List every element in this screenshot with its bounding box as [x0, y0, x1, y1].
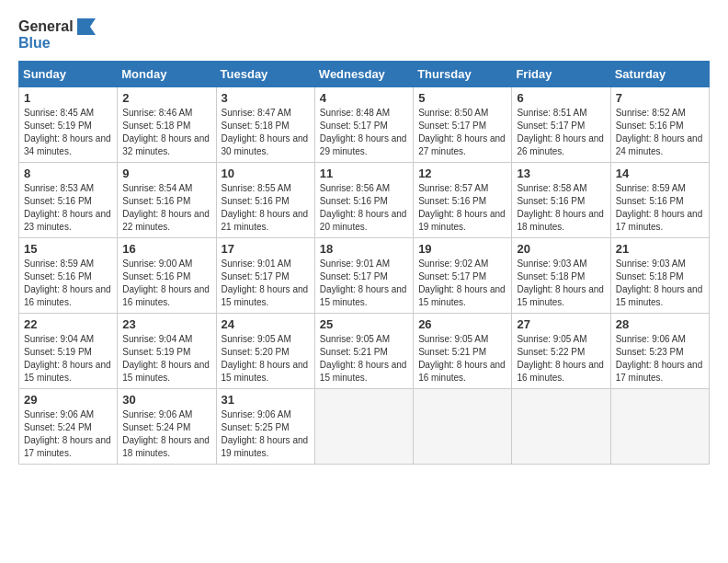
calendar-cell: 28 Sunrise: 9:06 AMSunset: 5:23 PMDaylig…: [610, 314, 709, 389]
day-info: Sunrise: 8:57 AMSunset: 5:16 PMDaylight:…: [418, 183, 506, 232]
calendar-cell: 19 Sunrise: 9:02 AMSunset: 5:17 PMDaylig…: [414, 238, 512, 314]
day-number: 5: [418, 91, 506, 105]
day-number: 30: [122, 393, 210, 407]
logo-flag-icon: [75, 18, 96, 35]
calendar-cell: 26 Sunrise: 9:05 AMSunset: 5:21 PMDaylig…: [414, 314, 512, 389]
calendar-cell: 11 Sunrise: 8:56 AMSunset: 5:16 PMDaylig…: [314, 163, 413, 238]
day-number: 15: [24, 242, 112, 256]
day-info: Sunrise: 8:59 AMSunset: 5:16 PMDaylight:…: [24, 259, 111, 307]
calendar-cell: 29 Sunrise: 9:06 AMSunset: 5:24 PMDaylig…: [19, 389, 118, 465]
day-number: 11: [320, 167, 408, 180]
calendar-cell: 22 Sunrise: 9:04 AMSunset: 5:19 PMDaylig…: [19, 314, 118, 389]
day-number: 31: [222, 393, 310, 407]
day-number: 10: [222, 167, 310, 180]
day-info: Sunrise: 9:05 AMSunset: 5:20 PMDaylight:…: [222, 334, 309, 383]
calendar-cell: [610, 389, 709, 465]
day-info: Sunrise: 8:58 AMSunset: 5:16 PMDaylight:…: [517, 183, 604, 232]
calendar-week-row: 22 Sunrise: 9:04 AMSunset: 5:19 PMDaylig…: [19, 314, 710, 389]
calendar-cell: 31 Sunrise: 9:06 AMSunset: 5:25 PMDaylig…: [216, 389, 314, 465]
day-number: 29: [24, 393, 112, 407]
calendar-cell: 20 Sunrise: 9:03 AMSunset: 5:18 PMDaylig…: [512, 238, 610, 314]
weekday-header-row: SundayMondayTuesdayWednesdayThursdayFrid…: [19, 62, 710, 87]
day-info: Sunrise: 8:53 AMSunset: 5:16 PMDaylight:…: [24, 183, 111, 232]
day-number: 12: [418, 167, 506, 180]
day-number: 9: [122, 167, 210, 180]
calendar-cell: [414, 389, 512, 465]
day-number: 14: [616, 167, 704, 180]
calendar-cell: 5 Sunrise: 8:50 AMSunset: 5:17 PMDayligh…: [414, 87, 512, 163]
day-info: Sunrise: 8:54 AMSunset: 5:16 PMDaylight:…: [122, 183, 210, 232]
day-info: Sunrise: 8:46 AMSunset: 5:18 PMDaylight:…: [122, 108, 210, 156]
weekday-header: Friday: [512, 62, 610, 87]
calendar-cell: 21 Sunrise: 9:03 AMSunset: 5:18 PMDaylig…: [610, 238, 709, 314]
day-info: Sunrise: 8:51 AMSunset: 5:17 PMDaylight:…: [517, 108, 604, 156]
day-number: 13: [517, 167, 605, 180]
day-info: Sunrise: 9:06 AMSunset: 5:24 PMDaylight:…: [24, 409, 111, 458]
calendar-cell: 12 Sunrise: 8:57 AMSunset: 5:16 PMDaylig…: [414, 163, 512, 238]
day-number: 20: [517, 242, 605, 256]
day-info: Sunrise: 8:59 AMSunset: 5:16 PMDaylight:…: [616, 183, 703, 232]
day-number: 24: [222, 317, 310, 331]
calendar-cell: 25 Sunrise: 9:05 AMSunset: 5:21 PMDaylig…: [314, 314, 413, 389]
day-number: 7: [616, 91, 704, 105]
calendar-cell: 23 Sunrise: 9:04 AMSunset: 5:19 PMDaylig…: [118, 314, 216, 389]
day-info: Sunrise: 9:05 AMSunset: 5:21 PMDaylight:…: [320, 334, 407, 383]
day-number: 27: [517, 317, 605, 331]
day-info: Sunrise: 9:01 AMSunset: 5:17 PMDaylight:…: [222, 259, 309, 307]
calendar-week-row: 1 Sunrise: 8:45 AMSunset: 5:19 PMDayligh…: [19, 87, 710, 163]
calendar-week-row: 8 Sunrise: 8:53 AMSunset: 5:16 PMDayligh…: [19, 163, 710, 238]
day-number: 28: [616, 317, 704, 331]
calendar-cell: 2 Sunrise: 8:46 AMSunset: 5:18 PMDayligh…: [118, 87, 216, 163]
weekday-header: Tuesday: [216, 62, 314, 87]
weekday-header: Sunday: [19, 62, 118, 87]
weekday-header: Monday: [118, 62, 216, 87]
day-number: 21: [616, 242, 704, 256]
day-info: Sunrise: 9:03 AMSunset: 5:18 PMDaylight:…: [517, 259, 604, 307]
day-info: Sunrise: 9:03 AMSunset: 5:18 PMDaylight:…: [616, 259, 703, 307]
day-number: 25: [320, 317, 408, 331]
calendar-cell: 6 Sunrise: 8:51 AMSunset: 5:17 PMDayligh…: [512, 87, 610, 163]
svg-marker-0: [77, 18, 96, 35]
calendar-cell: [314, 389, 413, 465]
day-number: 2: [122, 91, 210, 105]
day-number: 6: [517, 91, 605, 105]
day-number: 18: [320, 242, 408, 256]
day-info: Sunrise: 9:06 AMSunset: 5:25 PMDaylight:…: [222, 409, 309, 458]
day-info: Sunrise: 8:47 AMSunset: 5:18 PMDaylight:…: [222, 108, 309, 156]
day-info: Sunrise: 8:50 AMSunset: 5:17 PMDaylight:…: [418, 108, 506, 156]
calendar-cell: 9 Sunrise: 8:54 AMSunset: 5:16 PMDayligh…: [118, 163, 216, 238]
day-info: Sunrise: 9:01 AMSunset: 5:17 PMDaylight:…: [320, 259, 407, 307]
logo: General Blue: [18, 18, 96, 52]
day-number: 23: [122, 317, 210, 331]
page-header: General Blue: [18, 18, 710, 52]
day-info: Sunrise: 8:56 AMSunset: 5:16 PMDaylight:…: [320, 183, 407, 232]
logo-general: General: [18, 18, 74, 35]
calendar-cell: 24 Sunrise: 9:05 AMSunset: 5:20 PMDaylig…: [216, 314, 314, 389]
day-info: Sunrise: 9:00 AMSunset: 5:16 PMDaylight:…: [122, 259, 210, 307]
calendar-cell: 13 Sunrise: 8:58 AMSunset: 5:16 PMDaylig…: [512, 163, 610, 238]
calendar-cell: 8 Sunrise: 8:53 AMSunset: 5:16 PMDayligh…: [19, 163, 118, 238]
weekday-header: Thursday: [414, 62, 512, 87]
calendar-cell: 27 Sunrise: 9:05 AMSunset: 5:22 PMDaylig…: [512, 314, 610, 389]
day-number: 19: [418, 242, 506, 256]
weekday-header: Wednesday: [314, 62, 413, 87]
day-info: Sunrise: 9:06 AMSunset: 5:23 PMDaylight:…: [616, 334, 703, 383]
logo-blue: Blue: [18, 35, 51, 52]
weekday-header: Saturday: [610, 62, 709, 87]
day-info: Sunrise: 9:05 AMSunset: 5:22 PMDaylight:…: [517, 334, 604, 383]
calendar-cell: 14 Sunrise: 8:59 AMSunset: 5:16 PMDaylig…: [610, 163, 709, 238]
day-number: 17: [222, 242, 310, 256]
day-number: 26: [418, 317, 506, 331]
day-number: 1: [24, 91, 112, 105]
calendar-week-row: 29 Sunrise: 9:06 AMSunset: 5:24 PMDaylig…: [19, 389, 710, 465]
calendar-cell: 15 Sunrise: 8:59 AMSunset: 5:16 PMDaylig…: [19, 238, 118, 314]
calendar-table: SundayMondayTuesdayWednesdayThursdayFrid…: [18, 61, 710, 465]
calendar-cell: 18 Sunrise: 9:01 AMSunset: 5:17 PMDaylig…: [314, 238, 413, 314]
calendar-cell: 16 Sunrise: 9:00 AMSunset: 5:16 PMDaylig…: [118, 238, 216, 314]
day-info: Sunrise: 8:45 AMSunset: 5:19 PMDaylight:…: [24, 108, 111, 156]
day-info: Sunrise: 8:48 AMSunset: 5:17 PMDaylight:…: [320, 108, 407, 156]
day-info: Sunrise: 9:04 AMSunset: 5:19 PMDaylight:…: [24, 334, 111, 383]
day-number: 22: [24, 317, 112, 331]
day-number: 8: [24, 167, 112, 180]
day-number: 3: [222, 91, 310, 105]
